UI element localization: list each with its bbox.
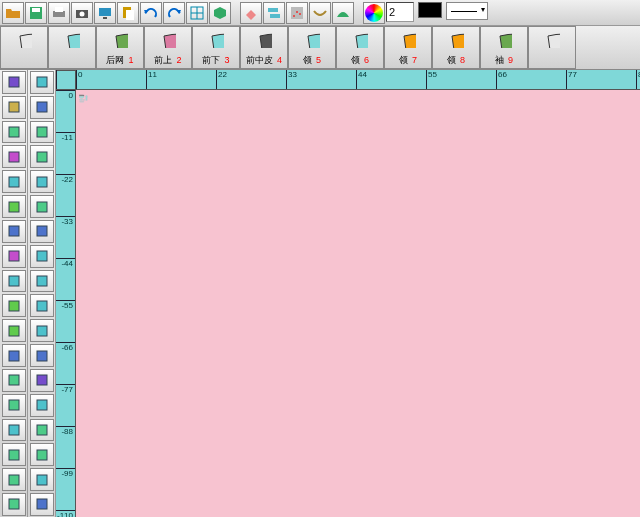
h-tick: 55 xyxy=(426,70,437,89)
save-button[interactable] xyxy=(25,2,47,24)
undo-button[interactable] xyxy=(140,2,162,24)
svg-rect-23 xyxy=(9,177,19,187)
piece-tool[interactable] xyxy=(30,294,54,317)
piece-sleeve[interactable] xyxy=(85,95,87,101)
print-button[interactable] xyxy=(48,2,70,24)
piece-cell-10[interactable]: 袖9 xyxy=(480,26,528,69)
needle-tool[interactable] xyxy=(2,220,26,243)
star-tool[interactable] xyxy=(2,394,26,417)
piece-name: 前中皮 xyxy=(246,54,273,67)
svg-rect-51 xyxy=(37,425,47,435)
paint-tool[interactable] xyxy=(30,270,54,293)
boot-tool[interactable] xyxy=(30,145,54,168)
monitor-button[interactable] xyxy=(94,2,116,24)
piece-cell-3[interactable]: 前上2 xyxy=(144,26,192,69)
canvas[interactable]: ⟵⟶ xyxy=(76,90,640,517)
gear-tool[interactable] xyxy=(2,369,26,392)
svg-rect-28 xyxy=(9,301,19,311)
piece-cell-11[interactable] xyxy=(528,26,576,69)
open-button[interactable] xyxy=(2,2,24,24)
arrow-tool[interactable] xyxy=(30,394,54,417)
piece-name: 领 xyxy=(399,54,408,67)
svg-rect-13 xyxy=(268,8,278,12)
piece-cell-7[interactable]: 领6 xyxy=(336,26,384,69)
shirt-tool[interactable] xyxy=(30,319,54,342)
lasso-tool[interactable] xyxy=(30,71,54,94)
piece-number: 3 xyxy=(224,55,229,65)
piece-thumb-icon xyxy=(337,27,383,52)
piece-cell-9[interactable]: 领8 xyxy=(432,26,480,69)
curve2-tool[interactable] xyxy=(30,344,54,367)
piece-name: 前下 xyxy=(202,54,220,67)
piece-cell-0[interactable] xyxy=(0,26,48,69)
ellipse-tool[interactable] xyxy=(30,369,54,392)
bucket-tool[interactable] xyxy=(30,96,54,119)
fill-tool[interactable] xyxy=(30,419,54,442)
select-rect-tool[interactable] xyxy=(2,96,26,119)
piece-collar-group[interactable] xyxy=(79,99,85,101)
svg-rect-19 xyxy=(9,77,19,87)
curve-above-button[interactable] xyxy=(332,2,354,24)
pieces-bar: 后网1前上2前下3前中皮4领5领6领7领8袖9 xyxy=(0,26,640,70)
piece-thumb-icon xyxy=(193,27,239,52)
bag-tool[interactable] xyxy=(2,294,26,317)
piece-thumb-icon xyxy=(97,27,143,52)
grid-button[interactable] xyxy=(186,2,208,24)
piece-cell-1[interactable] xyxy=(48,26,96,69)
svg-rect-30 xyxy=(9,351,19,361)
chevron-down-icon: ▾ xyxy=(481,5,485,14)
piece-cell-2[interactable]: 后网1 xyxy=(96,26,144,69)
zip-tool[interactable] xyxy=(2,319,26,342)
piece-cell-8[interactable]: 领7 xyxy=(384,26,432,69)
camera-button[interactable] xyxy=(71,2,93,24)
car-tool[interactable] xyxy=(2,195,26,218)
color-wheel-button[interactable] xyxy=(363,2,385,24)
svg-point-18 xyxy=(299,13,301,15)
image-tool[interactable] xyxy=(30,468,54,491)
erase-button[interactable] xyxy=(240,2,262,24)
piece-cell-4[interactable]: 前下3 xyxy=(192,26,240,69)
piece-cell-5[interactable]: 前中皮4 xyxy=(240,26,288,69)
piece-cell-6[interactable]: 领5 xyxy=(288,26,336,69)
layers-button[interactable] xyxy=(263,2,285,24)
snap-tool[interactable] xyxy=(2,493,26,516)
svg-rect-53 xyxy=(37,475,47,485)
text-tool[interactable] xyxy=(30,443,54,466)
color-wheel-icon xyxy=(365,4,383,22)
piece-front-lower[interactable]: ⟵⟶ xyxy=(79,96,84,99)
view3d-button[interactable] xyxy=(209,2,231,24)
v-tick: -44 xyxy=(56,258,75,268)
line-width-input[interactable] xyxy=(386,2,414,22)
piece-thumb-icon xyxy=(529,27,575,52)
rect-tool[interactable] xyxy=(2,121,26,144)
piece-waistband[interactable] xyxy=(80,101,85,102)
svg-rect-25 xyxy=(9,226,19,236)
page-tool[interactable] xyxy=(30,121,54,144)
scissors-tool[interactable] xyxy=(2,245,26,268)
stamp-tool[interactable] xyxy=(2,270,26,293)
paste-button[interactable] xyxy=(117,2,139,24)
svg-rect-14 xyxy=(270,14,280,18)
grid3-tool[interactable] xyxy=(30,245,54,268)
line-style-select[interactable]: ▾ xyxy=(446,2,488,20)
button-tool[interactable] xyxy=(30,220,54,243)
drill-tool[interactable] xyxy=(30,170,54,193)
chart-button[interactable] xyxy=(286,2,308,24)
curve-tool[interactable] xyxy=(2,170,26,193)
mask-tool[interactable] xyxy=(30,195,54,218)
screen-tool[interactable] xyxy=(30,493,54,516)
hanger-tool[interactable] xyxy=(2,344,26,367)
grid2-tool[interactable] xyxy=(2,419,26,442)
piece-front-middle[interactable] xyxy=(79,95,84,97)
curve-below-button[interactable] xyxy=(309,2,331,24)
svg-rect-6 xyxy=(99,8,111,16)
line-tool[interactable] xyxy=(2,468,26,491)
h-tick: 44 xyxy=(356,70,367,89)
vertical-ruler[interactable]: 0-11-22-33-44-55-66-77-88-99-110-121-132… xyxy=(56,90,76,517)
pointer-tool[interactable] xyxy=(2,71,26,94)
redo-button[interactable] xyxy=(163,2,185,24)
freehand-tool[interactable] xyxy=(2,145,26,168)
horizontal-ruler[interactable]: 01122334455667788 xyxy=(76,70,640,90)
wave-tool[interactable] xyxy=(2,443,26,466)
color-swatch[interactable] xyxy=(418,2,442,18)
